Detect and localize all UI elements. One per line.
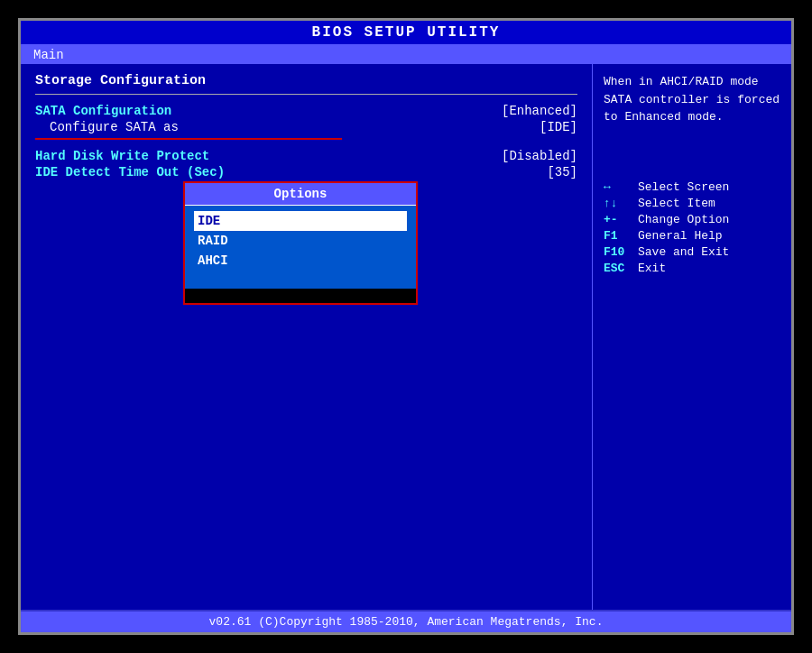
ide-timeout-row[interactable]: IDE Detect Time Out (Sec) [35] (35, 165, 577, 179)
bios-screen: BIOS SETUP UTILITY Main Storage Configur… (18, 18, 794, 635)
right-panel: When in AHCI/RAID mode SATA controller i… (593, 64, 791, 610)
menu-bar: Main (21, 46, 791, 64)
options-popup: Options IDE RAID AHCI (183, 181, 418, 305)
key-sym-updown: ↑↓ (604, 197, 631, 210)
key-change-option: +- Change Option (604, 213, 780, 226)
menu-item-main[interactable]: Main (28, 46, 69, 64)
status-bar: v02.61 (C)Copyright 1985-2010, American … (21, 610, 791, 632)
options-header: Options (185, 183, 416, 206)
key-general-help: F1 General Help (604, 229, 780, 243)
key-desc-select-item: Select Item (638, 197, 715, 210)
configure-sata-value: [IDE] (540, 120, 577, 134)
section-title: Storage Configuration (35, 73, 577, 88)
ide-timeout-value: [35] (547, 165, 577, 179)
bios-title: BIOS SETUP UTILITY (312, 24, 501, 41)
left-panel: Storage Configuration SATA Configuration… (21, 64, 593, 610)
title-bar: BIOS SETUP UTILITY (21, 21, 791, 46)
option-ahci[interactable]: AHCI (194, 251, 407, 271)
sata-config-label: SATA Configuration (35, 104, 171, 118)
key-sym-plusminus: +- (604, 213, 631, 226)
key-desc-exit: Exit (638, 262, 666, 275)
hdd-protect-row[interactable]: Hard Disk Write Protect [Disabled] (35, 149, 577, 163)
section-divider (35, 94, 577, 95)
key-select-item: ↑↓ Select Item (604, 197, 780, 210)
main-content: Storage Configuration SATA Configuration… (21, 64, 791, 610)
option-ide[interactable]: IDE (194, 211, 407, 231)
key-save-exit: F10 Save and Exit (604, 245, 780, 259)
option-raid[interactable]: RAID (194, 231, 407, 251)
key-sym-esc: ESC (604, 262, 631, 275)
key-desc-select-screen: Select Screen (638, 180, 729, 194)
key-desc-general-help: General Help (638, 229, 723, 243)
sata-config-row[interactable]: SATA Configuration [Enhanced] (35, 104, 577, 118)
help-text: When in AHCI/RAID mode SATA controller i… (604, 73, 780, 126)
key-sym-f10: F10 (604, 245, 631, 259)
ide-timeout-label: IDE Detect Time Out (Sec) (35, 165, 225, 179)
status-text: v02.61 (C)Copyright 1985-2010, American … (209, 615, 604, 629)
key-exit: ESC Exit (604, 262, 780, 275)
key-list: ↔ Select Screen ↑↓ Select Item +- Change… (604, 180, 780, 275)
red-divider (35, 138, 342, 140)
options-shadow (185, 289, 416, 303)
configure-sata-label: Configure SATA as (35, 120, 179, 134)
hdd-protect-label: Hard Disk Write Protect (35, 149, 209, 163)
key-desc-change-option: Change Option (638, 213, 729, 226)
key-select-screen: ↔ Select Screen (604, 180, 780, 194)
key-desc-save-exit: Save and Exit (638, 245, 729, 259)
sata-config-value: [Enhanced] (502, 104, 577, 118)
configure-sata-row[interactable]: Configure SATA as [IDE] (35, 120, 577, 134)
key-sym-arrows: ↔ (604, 180, 631, 194)
hdd-protect-value: [Disabled] (502, 149, 577, 163)
options-body: IDE RAID AHCI (185, 206, 416, 289)
key-sym-f1: F1 (604, 229, 631, 243)
